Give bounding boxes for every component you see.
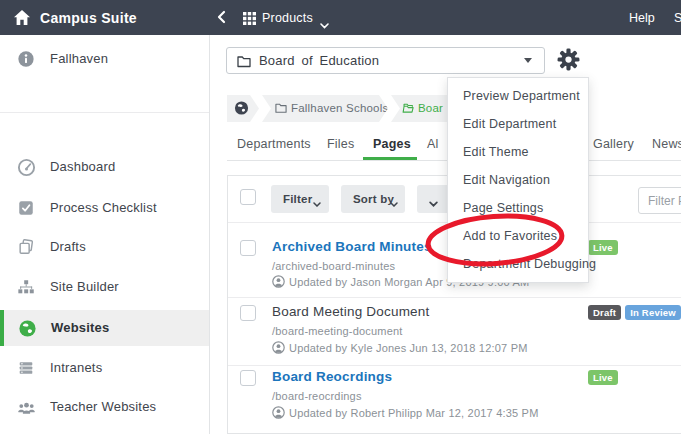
sidebar-item-label: Drafts xyxy=(50,232,86,262)
user-icon xyxy=(272,340,285,358)
row-divider xyxy=(228,297,681,298)
status-badge-draft: Draft xyxy=(588,305,621,320)
tab-pages[interactable]: Pages xyxy=(373,137,411,151)
active-tab-underline xyxy=(363,157,417,160)
sort-by-button[interactable]: Sort by xyxy=(341,185,405,213)
select-caret-icon xyxy=(524,58,532,63)
menu-item-edit-navigation[interactable]: Edit Navigation xyxy=(448,166,588,194)
status-badge-in-review: In Review xyxy=(625,305,681,320)
page-updated-text: Updated by Kyle Jones Jun 13, 2018 12:07… xyxy=(289,342,528,354)
page-path: /board-meeting-document xyxy=(272,325,403,337)
row-divider xyxy=(228,365,681,366)
menu-item-edit-department[interactable]: Edit Department xyxy=(448,110,588,138)
sidebar-item-site-builder[interactable]: Site Builder xyxy=(0,272,209,302)
chevron-down-icon xyxy=(429,197,438,209)
sidebar-item-websites[interactable]: Websites xyxy=(0,310,209,346)
sort-by-button-label: Sort by xyxy=(353,185,394,213)
sidebar-item-label: Teacher Websites xyxy=(50,392,156,422)
page-title-link[interactable]: Archived Board Minutes xyxy=(272,239,432,254)
filter-button[interactable]: Filter xyxy=(271,185,329,213)
server-stack-icon xyxy=(15,357,37,379)
sitemap-icon xyxy=(15,276,37,298)
breadcrumb-site-label: Fallhaven Schools xyxy=(291,95,388,122)
back-chevron-icon[interactable] xyxy=(216,10,226,28)
tab-news[interactable]: News xyxy=(652,137,681,151)
tab-files[interactable]: Files xyxy=(327,137,354,151)
sidebar-item-label: Site Builder xyxy=(50,272,119,302)
sidebar-divider xyxy=(0,112,209,113)
page-title-link[interactable]: Board Reocrdings xyxy=(272,369,392,384)
sidebar: Fallhaven Dashboard Process Checklist Dr… xyxy=(0,35,210,434)
menu-item-add-to-favorites[interactable]: Add to Favorites xyxy=(448,222,588,250)
home-icon[interactable] xyxy=(14,10,30,29)
tab-gallery[interactable]: Gallery xyxy=(593,137,634,151)
sidebar-item-dashboard[interactable]: Dashboard xyxy=(0,152,209,182)
status-badges: Draft In Review xyxy=(588,305,681,320)
menu-item-department-debugging[interactable]: Department Debugging xyxy=(448,250,588,278)
chevron-down-icon xyxy=(313,197,321,209)
tab-albums[interactable]: Al xyxy=(427,137,439,151)
sidebar-site[interactable]: Fallhaven xyxy=(0,44,209,74)
sidebar-item-label: Process Checklist xyxy=(50,193,157,223)
info-icon xyxy=(15,48,37,70)
top-navbar: Campus Suite Products Help S xyxy=(0,0,681,35)
signout-link[interactable]: S xyxy=(674,11,681,25)
user-icon xyxy=(272,405,285,423)
select-all-checkbox[interactable] xyxy=(240,189,256,205)
page-title: Board Meeting Document xyxy=(272,304,429,319)
campus-suite-app: Campus Suite Products Help S Fallhaven xyxy=(0,0,681,434)
user-icon xyxy=(272,274,285,292)
menu-item-preview-department[interactable]: Preview Department xyxy=(448,82,588,110)
app-title: Campus Suite xyxy=(40,10,137,26)
sidebar-item-drafts[interactable]: Drafts xyxy=(0,232,209,262)
folder-icon xyxy=(275,102,287,115)
folder-icon xyxy=(237,54,251,72)
sidebar-item-label: Dashboard xyxy=(50,152,115,182)
checklist-icon xyxy=(15,197,37,219)
filter-pages-input[interactable] xyxy=(638,187,681,214)
breadcrumb-site[interactable]: Fallhaven Schools xyxy=(262,95,388,122)
sidebar-item-intranets[interactable]: Intranets xyxy=(0,353,209,383)
dashboard-icon xyxy=(15,156,37,178)
department-context-menu: Preview Department Edit Department Edit … xyxy=(447,77,589,283)
drafts-icon xyxy=(15,236,37,258)
sidebar-item-label: Intranets xyxy=(50,353,102,383)
row-checkbox[interactable] xyxy=(240,305,256,321)
department-select[interactable]: Board of Education xyxy=(226,47,545,74)
status-badges: Live xyxy=(588,370,618,385)
products-menu-label[interactable]: Products xyxy=(262,11,313,25)
settings-gear-button[interactable] xyxy=(556,47,582,73)
page-path: /board-reocrdings xyxy=(272,390,362,402)
sidebar-item-label: Websites xyxy=(51,310,109,346)
chevron-down-icon xyxy=(390,197,398,209)
breadcrumb-department-label: Boar xyxy=(418,95,443,122)
page-updated-text: Updated by Robert Philipp Mar 12, 2017 4… xyxy=(289,407,539,419)
row-checkbox[interactable] xyxy=(240,370,256,386)
sidebar-item-process-checklist[interactable]: Process Checklist xyxy=(0,193,209,223)
page-path: /archived-board-minutes xyxy=(272,260,395,272)
sidebar-item-teacher-websites[interactable]: Teacher Websites xyxy=(0,392,209,422)
help-link[interactable]: Help xyxy=(629,11,655,25)
breadcrumb-home[interactable] xyxy=(227,95,259,122)
row-checkbox[interactable] xyxy=(240,240,256,256)
globe-icon xyxy=(16,317,38,339)
folder-open-icon xyxy=(402,102,415,116)
apps-grid-icon xyxy=(243,11,256,29)
department-select-value: Board of Education xyxy=(259,48,379,73)
menu-item-page-settings[interactable]: Page Settings xyxy=(448,194,588,222)
products-caret-icon[interactable] xyxy=(320,15,329,33)
status-badge-live: Live xyxy=(588,370,618,385)
menu-item-edit-theme[interactable]: Edit Theme xyxy=(448,138,588,166)
globe-dark-icon xyxy=(234,100,249,117)
sidebar-site-label: Fallhaven xyxy=(50,44,108,74)
people-group-icon xyxy=(15,396,37,418)
filter-button-label: Filter xyxy=(283,185,312,213)
tab-departments[interactable]: Departments xyxy=(237,137,311,151)
